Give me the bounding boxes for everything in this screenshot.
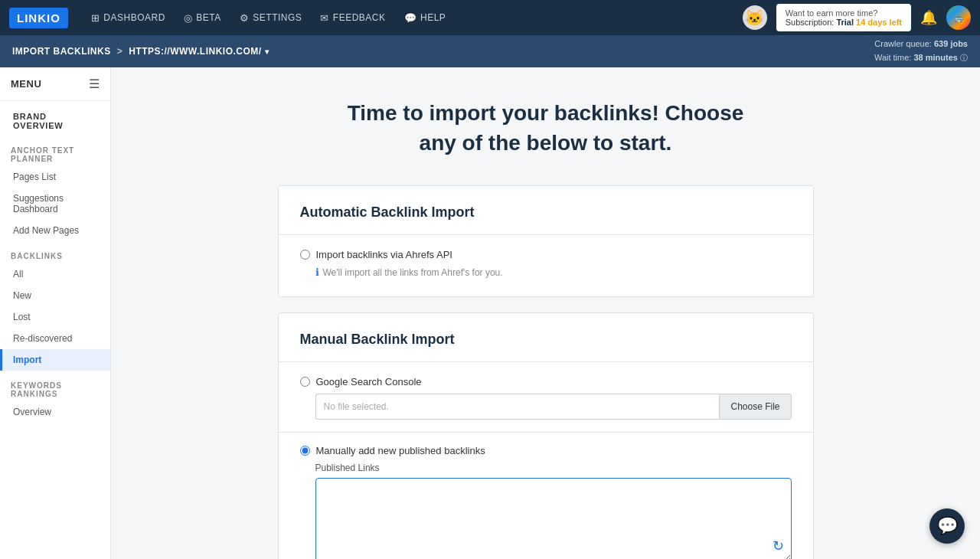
textarea-wrapper: ↻ [315, 478, 792, 559]
dashboard-icon: ⊞ [91, 12, 100, 24]
sidebar-item-new[interactable]: New [0, 285, 110, 306]
info-icon[interactable]: ⓘ [960, 54, 968, 62]
manual-add-radio[interactable] [300, 446, 310, 456]
chat-icon: 💬 [937, 516, 958, 536]
nav-feedback[interactable]: ✉ FEEDBACK [312, 8, 393, 28]
nav-dashboard[interactable]: ⊞ DASHBOARD [83, 8, 173, 28]
info-circle-icon: ℹ [315, 266, 319, 278]
automatic-import-section: Automatic Backlink Import Import backlin… [278, 185, 814, 297]
logo[interactable]: LINKIO [9, 8, 68, 28]
page-heading: Time to import your backlinks! Choose an… [157, 98, 934, 158]
nav-help[interactable]: 💬 HELP [397, 8, 454, 28]
breadcrumb-bar: IMPORT BACKLINKS > HTTPS://WWW.LINKIO.CO… [0, 35, 980, 67]
menu-header: MENU ☰ [0, 67, 110, 101]
main-content: Time to import your backlinks! Choose an… [111, 67, 980, 559]
menu-label: MENU [11, 78, 41, 90]
crawler-info: Crawler queue: 639 jobs Wait time: 38 mi… [874, 38, 968, 64]
nav-items: ⊞ DASHBOARD ◎ BETA ⚙ SETTINGS ✉ FEEDBACK… [83, 8, 727, 28]
nav-right: 🐱 Want to earn more time? Subscription: … [743, 4, 971, 31]
breadcrumb-current[interactable]: HTTPS://WWW.LINKIO.COM/ ▾ [129, 46, 269, 57]
manual-section-title: Manual Backlink Import [300, 332, 792, 348]
sidebar-item-re-discovered[interactable]: Re-discovered [0, 328, 110, 349]
published-links-textarea[interactable] [315, 478, 792, 559]
ahrefs-option-row: Import backlinks via Ahrefs API [300, 249, 792, 260]
file-input-row: Choose File [315, 394, 792, 420]
section-divider [279, 234, 813, 235]
sidebar-item-lost[interactable]: Lost [0, 306, 110, 328]
trial-prompt: Want to earn more time? [786, 8, 902, 18]
gsc-radio[interactable] [300, 377, 310, 387]
sidebar-item-import[interactable]: Import [0, 349, 110, 371]
settings-icon: ⚙ [240, 12, 250, 24]
top-nav: LINKIO ⊞ DASHBOARD ◎ BETA ⚙ SETTINGS ✉ F… [0, 0, 980, 35]
sidebar-section-keywords-rankings: KEYWORDS RANKINGS [0, 371, 110, 401]
breadcrumb-parent[interactable]: IMPORT BACKLINKS [12, 46, 111, 57]
breadcrumb-separator: > [117, 46, 123, 57]
sidebar-item-overview[interactable]: Overview [0, 401, 110, 423]
file-text-display [315, 394, 720, 420]
breadcrumb: IMPORT BACKLINKS > HTTPS://WWW.LINKIO.CO… [12, 46, 269, 57]
manual-divider [279, 361, 813, 362]
sidebar-item-pages-list[interactable]: Pages List [0, 166, 110, 188]
crawler-queue: Crawler queue: 639 jobs [874, 38, 968, 51]
automatic-section-title: Automatic Backlink Import [300, 204, 792, 221]
sidebar-item-brand-overview[interactable]: BRAND OVERVIEW [0, 101, 110, 136]
ahrefs-label[interactable]: Import backlinks via Ahrefs API [316, 249, 452, 260]
avatar-image: 🐱 [745, 8, 764, 27]
beta-icon: ◎ [184, 12, 193, 24]
trial-box: Want to earn more time? Subscription: Tr… [776, 4, 911, 31]
gsc-option-row: Google Search Console [300, 376, 792, 387]
sidebar-item-all[interactable]: All [0, 263, 110, 285]
manually-add-option-row: Manually add new published backlinks [300, 445, 792, 456]
layout: MENU ☰ BRAND OVERVIEW ANCHOR TEXT PLANNE… [0, 67, 980, 559]
trial-subscription: Subscription: Trial 14 days left [786, 18, 902, 27]
help-icon: 💬 [404, 12, 417, 24]
feedback-icon: ✉ [320, 12, 329, 24]
manual-import-section: Manual Backlink Import Google Search Con… [278, 312, 814, 559]
published-links-label: Published Links [315, 463, 792, 473]
sidebar-section-anchor-text-planner: ANCHOR TEXT PLANNER [0, 136, 110, 166]
sidebar-item-suggestions-dashboard[interactable]: Suggestions Dashboard [0, 188, 110, 220]
nav-settings[interactable]: ⚙ SETTINGS [232, 8, 310, 28]
manual-add-label[interactable]: Manually add new published backlinks [316, 445, 485, 456]
user-avatar[interactable]: 🚌 [946, 5, 971, 30]
gsc-label[interactable]: Google Search Console [316, 376, 422, 387]
chevron-down-icon: ▾ [265, 47, 270, 56]
sidebar-section-backlinks: BACKLINKS [0, 241, 110, 263]
refresh-icon[interactable]: ↻ [773, 538, 784, 554]
crawler-wait: Wait time: 38 minutes ⓘ [874, 51, 968, 65]
option-separator [279, 432, 813, 433]
ahrefs-radio[interactable] [300, 250, 310, 260]
hamburger-icon[interactable]: ☰ [89, 77, 100, 91]
chat-bubble[interactable]: 💬 [929, 508, 965, 544]
ahrefs-help: ℹ We'll import all the links from Ahref'… [315, 266, 792, 278]
sidebar: MENU ☰ BRAND OVERVIEW ANCHOR TEXT PLANNE… [0, 67, 111, 559]
nav-beta[interactable]: ◎ BETA [176, 8, 229, 28]
avatar[interactable]: 🐱 [743, 5, 767, 30]
sidebar-item-add-new-pages[interactable]: Add New Pages [0, 220, 110, 241]
choose-file-button[interactable]: Choose File [719, 394, 791, 420]
bell-icon[interactable]: 🔔 [920, 9, 937, 26]
